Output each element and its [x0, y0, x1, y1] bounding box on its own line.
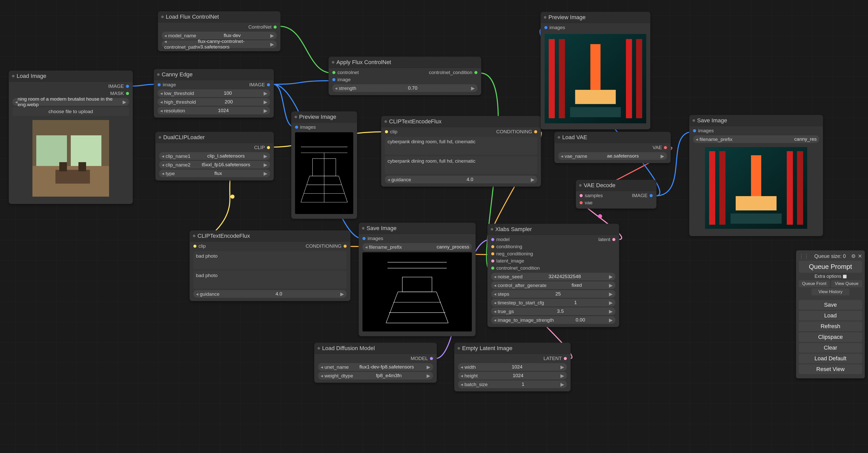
gear-icon[interactable]: ⚙ [851, 253, 856, 259]
node-header[interactable]: DualCLIPLoader [156, 132, 274, 143]
node-header[interactable]: Canny Edge [154, 69, 274, 80]
port-input-latent[interactable] [491, 259, 494, 262]
port-input-image[interactable] [332, 78, 335, 81]
node-empty-latent-image[interactable]: Empty Latent Image LATENT width1024▶ hei… [454, 343, 571, 391]
node-dual-clip-loader[interactable]: DualCLIPLoader CLIP clip_name1clip_l.saf… [155, 132, 274, 181]
upload-button[interactable]: choose file to upload [12, 107, 129, 116]
node-load-flux-controlnet[interactable]: Load Flux ControlNet ControlNet model_na… [158, 11, 280, 51]
node-preview-image-canny[interactable]: Preview Image images [291, 111, 357, 219]
text-neg-2[interactable]: bad photo [193, 271, 347, 289]
widget-height[interactable]: height1024▶ [458, 372, 567, 380]
node-vae-decode[interactable]: VAE Decode samplesIMAGE vae [576, 180, 656, 208]
widget-guidance[interactable]: guidance4.0▶ [193, 290, 347, 298]
drag-handle-icon[interactable]: ⋮⋮ [799, 253, 809, 259]
node-save-image-canny[interactable]: Save Image images filename_prefixcanny_p… [359, 223, 476, 336]
view-queue-button[interactable]: View Queue [831, 280, 862, 287]
widget-low-threshold[interactable]: low_threshold100▶ [158, 89, 270, 97]
port-output-controlnet[interactable] [274, 26, 277, 29]
port-input-controlnet-condition[interactable] [491, 267, 494, 270]
widget-controlnet-path[interactable]: controlnet_pathflux-canny-controlnet-v3.… [162, 40, 277, 48]
save-button[interactable]: Save [799, 300, 862, 310]
port-output-image[interactable] [267, 83, 270, 86]
port-output-image[interactable] [650, 194, 653, 197]
node-header[interactable]: Load VAE [555, 132, 671, 143]
node-header[interactable]: Save Image [689, 115, 823, 126]
port-input-images[interactable] [693, 129, 696, 132]
widget-timestep-start[interactable]: timestep_to_start_cfg1▶ [491, 299, 615, 306]
node-header[interactable]: Load Diffusion Model [314, 343, 437, 354]
node-xlabs-sampler[interactable]: Xlabs Sampler modellatent conditioning n… [487, 224, 619, 327]
widget-vae-name[interactable]: vae_nameae.safetensors▶ [558, 152, 667, 160]
text-prompt-2[interactable]: cyberpank dining room, full hd, cinemati… [385, 156, 537, 174]
load-button[interactable]: Load [799, 311, 862, 321]
widget-control-after[interactable]: control_after_generatefixed▶ [491, 282, 615, 289]
port-input-images[interactable] [363, 237, 366, 240]
port-output-model[interactable] [430, 357, 433, 360]
node-canvas[interactable]: Load Image IMAGE MASK ning room of a mod… [0, 0, 868, 453]
port-output-image[interactable] [126, 85, 129, 88]
extra-options-checkbox[interactable] [843, 275, 846, 278]
control-panel[interactable]: ⋮⋮ Queue size: 0 ⚙ ✕ Queue Prompt Extra … [796, 250, 865, 379]
node-header[interactable]: Save Image [359, 223, 475, 234]
port-output-conditioning[interactable] [534, 130, 537, 133]
widget-guidance[interactable]: guidance4.0▶ [385, 176, 537, 183]
port-input-conditioning[interactable] [491, 245, 494, 248]
node-load-diffusion-model[interactable]: Load Diffusion Model MODEL unet_nameflux… [314, 343, 437, 383]
widget-weight-dtype[interactable]: weight_dtypefp8_e4m3fn▶ [318, 372, 433, 380]
widget-high-threshold[interactable]: high_threshold200▶ [158, 98, 270, 106]
port-output-vae[interactable] [664, 146, 667, 149]
reset-view-button[interactable]: Reset View [799, 364, 862, 374]
port-input-images[interactable] [295, 126, 298, 129]
port-input-model[interactable] [491, 238, 494, 241]
port-output-condition[interactable] [474, 71, 477, 74]
widget-i2i-strength[interactable]: image_to_image_strength0.00▶ [491, 316, 615, 324]
widget-type[interactable]: typeflux▶ [159, 169, 270, 177]
port-output-latent[interactable] [612, 238, 615, 241]
widget-filename-prefix[interactable]: filename_prefixcanny_process [363, 243, 472, 251]
queue-front-button[interactable]: Queue Front [799, 280, 830, 287]
node-header[interactable]: Load Image [9, 71, 132, 82]
clear-button[interactable]: Clear [799, 343, 862, 353]
clipspace-button[interactable]: Clipspace [799, 332, 862, 342]
node-header[interactable]: CLIPTextEncodeFlux [381, 116, 541, 127]
widget-file[interactable]: ning room of a modern brutalist house in… [12, 98, 129, 106]
port-input-images[interactable] [544, 26, 548, 29]
node-header[interactable]: Load Flux ControlNet [158, 11, 280, 23]
port-input-neg-conditioning[interactable] [491, 252, 494, 255]
text-prompt-1[interactable]: cyberpank dining room, full hd, cinemati… [385, 137, 537, 155]
node-header[interactable]: Empty Latent Image [455, 343, 570, 354]
node-clip-text-encode-pos[interactable]: CLIPTextEncodeFlux clipCONDITIONING cybe… [381, 116, 541, 187]
widget-width[interactable]: width1024▶ [458, 363, 567, 371]
node-clip-text-encode-neg[interactable]: CLIPTextEncodeFlux clipCONDITIONING bad … [190, 230, 350, 301]
text-neg-1[interactable]: bad photo [193, 251, 347, 269]
node-header[interactable]: Xlabs Sampler [488, 224, 619, 235]
node-preview-image-result[interactable]: Preview Image images [540, 12, 650, 129]
port-output-latent[interactable] [564, 357, 567, 360]
widget-filename-prefix[interactable]: filename_prefixcanny_res [693, 135, 819, 143]
refresh-button[interactable]: Refresh [799, 322, 862, 331]
port-input-samples[interactable] [580, 194, 583, 197]
node-header[interactable]: Apply Flux ControlNet [329, 57, 481, 68]
port-input-vae[interactable] [580, 201, 583, 204]
close-icon[interactable]: ✕ [858, 253, 862, 259]
node-save-image-result[interactable]: Save Image images filename_prefixcanny_r… [689, 115, 823, 236]
widget-clip-name1[interactable]: clip_name1clip_l.safetensors▶ [159, 152, 270, 160]
widget-steps[interactable]: steps25▶ [491, 290, 615, 298]
port-input-clip[interactable] [193, 245, 196, 248]
node-load-image[interactable]: Load Image IMAGE MASK ning room of a mod… [9, 70, 133, 204]
port-input-clip[interactable] [385, 130, 388, 133]
widget-clip-name2[interactable]: clip_name2t5xxl_fp16.safetensors▶ [159, 161, 270, 168]
port-output-conditioning[interactable] [344, 245, 347, 248]
node-canny-edge[interactable]: Canny Edge imageIMAGE low_threshold100▶ … [154, 69, 274, 118]
widget-batch-size[interactable]: batch_size1▶ [458, 381, 567, 388]
node-header[interactable]: VAE Decode [576, 180, 656, 191]
view-history-button[interactable]: View History [811, 288, 849, 295]
node-apply-flux-controlnet[interactable]: Apply Flux ControlNet controlnetcontroln… [329, 57, 481, 95]
port-output-clip[interactable] [267, 146, 270, 149]
port-output-mask[interactable] [126, 92, 129, 95]
node-header[interactable]: Preview Image [291, 111, 357, 123]
port-input-controlnet[interactable] [332, 71, 335, 74]
port-input-image[interactable] [158, 83, 161, 86]
widget-unet-name[interactable]: unet_nameflux1-dev-fp8.safetensors▶ [318, 363, 433, 371]
widget-strength[interactable]: strength0.70▶ [332, 84, 477, 92]
